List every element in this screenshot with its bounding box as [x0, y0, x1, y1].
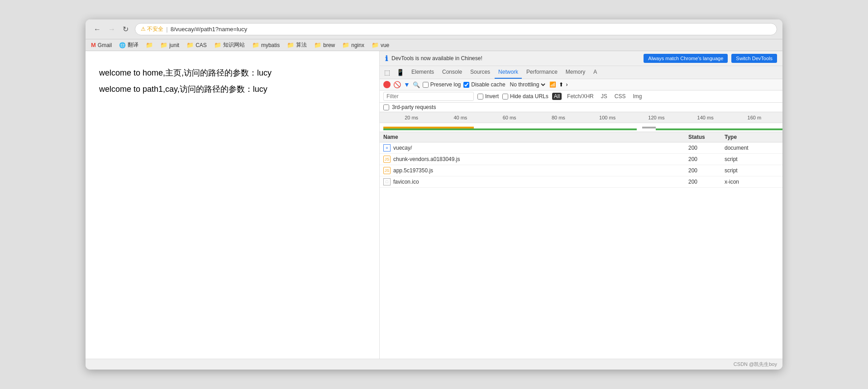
bookmark-folder-empty[interactable]: 📁 — [146, 42, 153, 48]
match-language-button[interactable]: Always match Chrome's language — [644, 54, 728, 63]
bookmark-algorithm-label: 算法 — [296, 41, 307, 49]
bookmark-vue-label: vue — [381, 42, 389, 48]
tab-network[interactable]: Network — [495, 66, 522, 79]
bookmark-cas[interactable]: 📁 CAS — [186, 42, 207, 48]
devtools-panel: ℹ DevTools is now available in Chinese! … — [380, 51, 782, 359]
bookmark-gmail[interactable]: M Gmail — [91, 42, 112, 48]
tab-console[interactable]: Console — [439, 66, 466, 79]
info-icon: ℹ — [385, 54, 388, 63]
address-bar[interactable]: ⚠ 不安全 | 8/vuecay/#/path1?name=lucy — [135, 23, 777, 35]
devtools-tabs: ⬚ 📱 Elements Console Sources Network Per… — [380, 66, 782, 79]
bookmark-mybatis[interactable]: 📁 mybatis — [252, 42, 280, 48]
js-icon-1: JS — [383, 156, 391, 163]
throttle-select[interactable]: No throttling — [508, 81, 547, 88]
net-row-type-0: document — [725, 145, 779, 151]
filter-icon-button[interactable]: ▼ — [404, 81, 410, 88]
bookmark-junit-label: junit — [169, 42, 179, 48]
folder-icon-0: 📁 — [146, 42, 153, 48]
filter-type-all[interactable]: All — [552, 93, 562, 100]
bookmark-mybatis-label: mybatis — [261, 42, 280, 48]
file-icon-3: □ — [383, 178, 391, 185]
filter-input[interactable] — [383, 92, 474, 101]
third-party-label: 3rd-party requests — [392, 104, 436, 110]
nav-buttons: ← → ↻ — [91, 24, 131, 34]
bookmark-junit[interactable]: 📁 junit — [160, 42, 179, 48]
page-line-2: welcome to path1,cay,访问的路径的参数：lucy — [99, 81, 366, 97]
folder-icon-junit: 📁 — [160, 42, 167, 48]
bookmark-translate-label: 翻译 — [128, 41, 138, 49]
clear-button[interactable]: 🚫 — [393, 81, 401, 88]
browser-window: ← → ↻ ⚠ 不安全 | 8/vuecay/#/path1?name=lucy… — [86, 19, 782, 370]
tab-performance[interactable]: Performance — [523, 66, 561, 79]
timeline-mark-6: 140 ms — [681, 115, 730, 120]
devtools-notification: ℹ DevTools is now available in Chinese! … — [380, 51, 782, 66]
device-icon[interactable]: 📱 — [394, 67, 407, 78]
bookmarks-bar: M Gmail 🌐 翻译 📁 📁 junit 📁 CAS 📁 知识网站 📁 my… — [86, 39, 782, 51]
timeline-mark-2: 60 ms — [485, 115, 534, 120]
watermark: CSDN @凯先生boy — [734, 361, 777, 367]
filter-type-fetch[interactable]: Fetch/XHR — [565, 93, 596, 100]
hide-data-urls-checkbox[interactable] — [502, 94, 508, 100]
third-party-checkbox[interactable] — [383, 104, 389, 110]
net-row-name-1: chunk-vendors.a0183049.js — [393, 156, 688, 162]
bookmark-vue[interactable]: 📁 vue — [372, 42, 389, 48]
header-name: Name — [383, 134, 688, 140]
folder-icon-brew: 📁 — [314, 42, 321, 48]
forward-button[interactable]: → — [105, 24, 118, 34]
folder-icon-algorithm: 📁 — [287, 42, 294, 48]
header-status: Status — [688, 134, 725, 140]
third-party-bar: 3rd-party requests — [380, 103, 782, 112]
net-row-name-2: app.5c197350.js — [393, 167, 688, 174]
filter-type-js[interactable]: JS — [599, 93, 609, 100]
net-row-status-2: 200 — [688, 167, 725, 174]
tab-memory[interactable]: Memory — [562, 66, 589, 79]
bookmark-knowledge[interactable]: 📁 知识网站 — [214, 41, 245, 49]
net-row-type-2: script — [725, 167, 779, 174]
security-warning: ⚠ 不安全 — [141, 25, 163, 33]
table-row[interactable]: ≡ vuecay/ 200 document — [380, 142, 782, 154]
invert-checkbox[interactable] — [477, 94, 483, 100]
preserve-log-label[interactable]: Preserve log — [423, 81, 461, 88]
net-row-status-3: 200 — [688, 179, 725, 185]
bookmark-nginx-label: nginx — [351, 42, 364, 48]
filter-type-img[interactable]: Img — [631, 93, 644, 100]
table-row[interactable]: JS app.5c197350.js 200 script — [380, 165, 782, 176]
preserve-log-checkbox[interactable] — [423, 82, 429, 88]
filter-type-css[interactable]: CSS — [613, 93, 628, 100]
record-button[interactable] — [383, 81, 391, 88]
page-line-1: welcome to home,主页,访问的路径的参数：lucy — [99, 65, 366, 81]
bookmark-algorithm[interactable]: 📁 算法 — [287, 41, 307, 49]
doc-icon: ≡ — [383, 144, 391, 152]
disable-cache-label[interactable]: Disable cache — [463, 81, 505, 88]
folder-icon-cas: 📁 — [186, 42, 194, 48]
timeline-mark-1: 40 ms — [436, 115, 485, 120]
reload-button[interactable]: ↻ — [120, 24, 131, 34]
disable-cache-checkbox[interactable] — [463, 82, 469, 88]
hide-data-urls-label[interactable]: Hide data URLs — [502, 93, 548, 100]
bookmark-brew-label: brew — [323, 42, 335, 48]
upload-icon: ⬆ — [559, 81, 563, 88]
bookmark-brew[interactable]: 📁 brew — [314, 42, 335, 48]
tab-elements[interactable]: Elements — [408, 66, 438, 79]
timeline-bar-gray — [642, 127, 656, 128]
timeline-bars — [380, 123, 782, 132]
footer: CSDN @凯先生boy — [86, 359, 782, 370]
translate-icon: 🌐 — [119, 42, 126, 48]
network-table[interactable]: Name Status Type ≡ vuecay/ 200 document … — [380, 132, 782, 359]
inspector-icon[interactable]: ⬚ — [382, 67, 393, 78]
search-icon-button[interactable]: 🔍 — [413, 81, 420, 88]
bookmark-nginx[interactable]: 📁 nginx — [342, 42, 364, 48]
back-button[interactable]: ← — [91, 24, 104, 34]
timeline-mark-0: 20 ms — [387, 115, 436, 120]
bookmark-translate[interactable]: 🌐 翻译 — [119, 41, 138, 49]
timeline-bar-green-2 — [656, 128, 782, 130]
table-row[interactable]: JS chunk-vendors.a0183049.js 200 script — [380, 154, 782, 165]
switch-devtools-button[interactable]: Switch DevTools — [731, 54, 777, 63]
invert-label[interactable]: Invert — [477, 93, 499, 100]
url-display: 8/vuecay/#/path1?name=lucy — [171, 26, 771, 33]
table-row[interactable]: □ favicon.ico 200 x-icon — [380, 176, 782, 188]
tab-more[interactable]: A — [590, 66, 601, 79]
tab-sources[interactable]: Sources — [467, 66, 494, 79]
timeline-mark-3: 80 ms — [534, 115, 583, 120]
net-row-type-3: x-icon — [725, 179, 779, 185]
